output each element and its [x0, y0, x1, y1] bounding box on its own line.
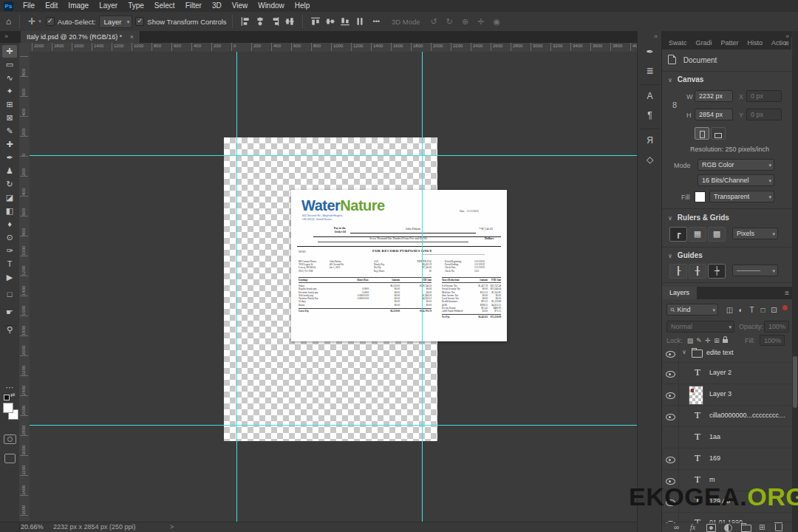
align-middle-icon[interactable]: [284, 16, 295, 27]
filter-toggle-icon[interactable]: [782, 305, 788, 310]
pen-tool[interactable]: ✑: [2, 245, 17, 257]
glyphs-panel-icon[interactable]: Я: [641, 133, 658, 148]
rulers-grids-section-header[interactable]: ∨Rulers & Grids: [668, 214, 729, 222]
portrait-orientation-button[interactable]: [695, 127, 709, 140]
default-colors-icon[interactable]: [4, 395, 10, 400]
clear-guides-button[interactable]: ┾: [708, 264, 726, 279]
new-group-icon[interactable]: [741, 525, 751, 532]
move-tool[interactable]: ✛: [2, 45, 17, 58]
menu-select[interactable]: Select: [149, 0, 180, 12]
layer-row[interactable]: Layer 3: [662, 384, 793, 406]
paystub-artwork[interactable]: WaterNature 602 Second Str., Mayfield He…: [291, 190, 507, 341]
layer-effects-icon[interactable]: fx: [690, 523, 695, 531]
layer-row[interactable]: T Layer 2: [662, 363, 793, 384]
tab-gradients[interactable]: Gradi: [692, 37, 716, 50]
guides-section-header[interactable]: ∨Guides: [668, 251, 703, 259]
visibility-toggle[interactable]: [662, 427, 678, 448]
toggle-pixel-grid-button[interactable]: ▩: [708, 227, 726, 242]
layer-row[interactable]: T 1aa: [662, 427, 793, 449]
tab-swatches[interactable]: Swatc: [665, 37, 691, 50]
brush-tool[interactable]: ✒: [2, 151, 17, 164]
healing-brush-tool[interactable]: ✚: [2, 138, 17, 151]
ruler-units-dropdown[interactable]: Pixels▾: [732, 228, 778, 239]
landscape-orientation-button[interactable]: [711, 127, 726, 140]
menu-image[interactable]: Image: [63, 0, 94, 12]
fill-swatch[interactable]: [695, 191, 706, 202]
visibility-toggle[interactable]: [662, 449, 678, 469]
menu-view[interactable]: View: [227, 0, 253, 12]
layer-row[interactable]: T 169: [662, 449, 793, 470]
auto-select-checkbox[interactable]: ✓: [46, 17, 55, 26]
lasso-tool[interactable]: ∿: [2, 72, 17, 84]
menu-type[interactable]: Type: [123, 0, 149, 12]
menu-filter[interactable]: Filter: [180, 0, 207, 12]
lock-all-icon[interactable]: [723, 339, 728, 343]
link-dimensions-icon[interactable]: 8: [672, 100, 677, 109]
blur-tool[interactable]: ♦: [2, 218, 17, 231]
link-layers-icon[interactable]: ∞: [674, 523, 679, 531]
zoom-level-field[interactable]: 20.66%: [21, 522, 44, 532]
gradient-tool[interactable]: ◧: [2, 205, 17, 217]
tab-actions[interactable]: Actio: [768, 37, 790, 50]
align-right-icon[interactable]: [270, 16, 280, 27]
collapse-dock-icon[interactable]: »: [654, 33, 658, 40]
filter-kind-dropdown[interactable]: ⚲ Kind▾: [666, 304, 718, 316]
eraser-tool[interactable]: ◪: [2, 191, 17, 204]
align-vertical-centers-icon[interactable]: [325, 16, 335, 27]
history-brush-tool[interactable]: ↻: [2, 178, 17, 191]
adjustment-layer-icon[interactable]: [724, 524, 732, 532]
toggle-grid-button[interactable]: ▦: [689, 227, 706, 242]
menu-help[interactable]: Help: [290, 0, 316, 12]
filter-adjustment-icon[interactable]: ◐: [735, 306, 746, 314]
quick-mask-button[interactable]: [4, 434, 16, 444]
canvas-viewport[interactable]: WaterNature 602 Second Str., Mayfield He…: [30, 52, 637, 522]
align-bottom-icon[interactable]: [340, 16, 350, 27]
canvas-section-header[interactable]: ∨Canvas: [668, 75, 703, 83]
lock-position-icon[interactable]: ✛: [703, 337, 712, 344]
brush-settings-icon[interactable]: ✒: [641, 44, 658, 59]
crop-tool[interactable]: ⊞: [2, 98, 17, 111]
hand-tool[interactable]: ☛: [2, 306, 17, 318]
align-top-icon[interactable]: [310, 16, 321, 27]
foreground-color-swatch[interactable]: [3, 403, 13, 413]
tab-history[interactable]: Histo: [744, 37, 767, 50]
height-field[interactable]: 2854 px: [695, 109, 733, 120]
distribute-spacing-icon[interactable]: [355, 16, 365, 27]
menu-window[interactable]: Window: [253, 0, 290, 12]
menu-file[interactable]: File: [18, 0, 40, 12]
panel-menu-icon[interactable]: ≡: [785, 289, 789, 297]
document-tab[interactable]: Italy id.psd @ 20.7% (RGB/16) * ×: [21, 31, 140, 43]
lock-pixels-icon[interactable]: ✎: [695, 337, 703, 344]
width-field[interactable]: 2232 px: [695, 90, 733, 102]
bit-depth-dropdown[interactable]: 16 Bits/Channel▾: [698, 174, 774, 186]
guide-horizontal[interactable]: [30, 155, 637, 156]
guide-style-dropdown[interactable]: ─────▾: [732, 265, 778, 276]
shape-tool[interactable]: □: [2, 288, 17, 301]
close-tab-icon[interactable]: ×: [130, 33, 134, 41]
filter-type-icon[interactable]: T: [746, 306, 757, 314]
tab-patterns[interactable]: Patter: [717, 37, 743, 50]
type-tool[interactable]: T: [2, 258, 17, 270]
dodge-tool[interactable]: ⊙: [2, 231, 17, 244]
delete-layer-icon[interactable]: [775, 524, 782, 532]
move-tool-icon[interactable]: ✛: [28, 16, 35, 27]
guide-vertical[interactable]: [236, 52, 237, 522]
mode-dropdown[interactable]: RGB Color▾: [698, 159, 774, 171]
chevron-down-icon[interactable]: ∨: [682, 349, 686, 355]
clone-stamp-tool[interactable]: ♟: [2, 165, 17, 177]
guide-vertical[interactable]: [422, 52, 423, 522]
filter-image-icon[interactable]: ◫: [724, 306, 735, 314]
visibility-toggle[interactable]: [662, 406, 678, 426]
photoshop-logo[interactable]: Ps: [4, 1, 13, 11]
lock-transparency-icon[interactable]: ▨: [686, 337, 695, 344]
paragraph-panel-icon[interactable]: ¶: [641, 108, 658, 123]
swap-colors-icon[interactable]: ⇄: [10, 392, 16, 398]
screen-mode-button[interactable]: [4, 454, 16, 463]
layer-row-group[interactable]: ∨ edite text: [662, 344, 793, 363]
marquee-tool[interactable]: ▭: [2, 58, 17, 71]
menu-3d[interactable]: 3D: [207, 0, 227, 12]
layer-mask-icon[interactable]: [706, 524, 716, 532]
filter-shape-icon[interactable]: □: [757, 306, 768, 314]
home-icon[interactable]: ⌂: [6, 16, 11, 27]
align-horizontal-centers-icon[interactable]: [255, 16, 265, 27]
